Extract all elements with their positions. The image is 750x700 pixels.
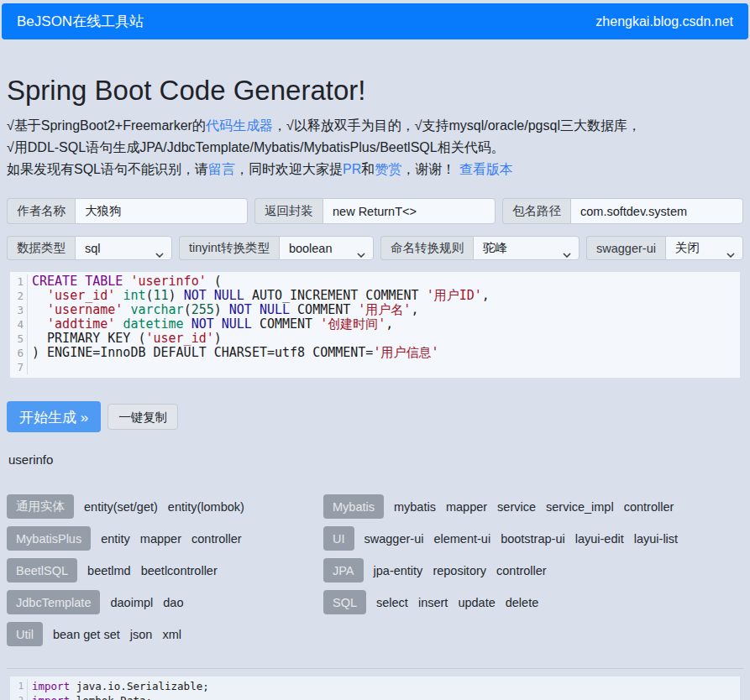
intro-link-代码生成器[interactable]: 代码生成器 <box>206 118 273 133</box>
output-link-xml[interactable]: xml <box>162 628 181 641</box>
java-code-editor[interactable]: 1import java.io.Serializable;2import lom… <box>10 676 740 700</box>
output-link-controller[interactable]: controller <box>496 564 547 577</box>
sql-group-button: SQL <box>323 590 366 614</box>
output-link-swagger-ui[interactable]: swagger-ui <box>365 532 424 546</box>
output-link-beetlmd[interactable]: beetlmd <box>87 564 131 577</box>
code-text <box>28 360 39 374</box>
output-link-json[interactable]: json <box>130 628 153 641</box>
util-row: Utilbean get setjsonxml <box>7 622 323 646</box>
intro-link-赞赏[interactable]: 赞赏 <box>375 162 401 176</box>
return-wrapper-group: 返回封装 <box>254 198 496 224</box>
mybatis-row: Mybatismybatismapperserviceservice_implc… <box>323 494 743 519</box>
output-link-repository[interactable]: repository <box>433 564 486 577</box>
output-link-update[interactable]: update <box>458 596 495 609</box>
return-wrapper-input[interactable] <box>323 198 496 224</box>
intro-link-留言[interactable]: 留言 <box>208 162 235 176</box>
line-number: 6 <box>10 346 28 360</box>
output-link-insert[interactable]: insert <box>418 596 448 609</box>
return-wrapper-label: 返回封装 <box>254 198 323 224</box>
page-title: Spring Boot Code Generator! <box>7 75 743 107</box>
swagger-ui-select[interactable]: 关闭 <box>665 236 743 260</box>
output-link-controller[interactable]: controller <box>624 500 674 514</box>
naming-rule-label: 命名转换规则 <box>380 236 473 260</box>
chevron-down-icon <box>726 247 735 260</box>
beetlsql-row: BeetlSQLbeetlmdbeetlcontroller <box>7 558 323 582</box>
code-text: PRIMARY KEY ('user_id') <box>28 332 222 346</box>
code-line: 1CREATE TABLE 'userinfo' ( <box>10 274 740 289</box>
package-path-input[interactable] <box>570 198 743 224</box>
output-link-service-impl[interactable]: service_impl <box>546 500 614 514</box>
author-name-label: 作者名称 <box>7 198 75 224</box>
util-group-button: Util <box>7 622 43 646</box>
output-link-controller[interactable]: controller <box>191 532 242 546</box>
output-link-bootstrap-ui[interactable]: bootstrap-ui <box>501 532 565 546</box>
common-entity-row: 通用实体entity(set/get)entity(lombok) <box>7 494 323 519</box>
output-link-entity-lombok-[interactable]: entity(lombok) <box>168 500 244 514</box>
naming-rule-selected-value: 驼峰 <box>483 240 507 256</box>
output-link-service[interactable]: service <box>497 500 536 514</box>
line-number: 4 <box>10 317 28 332</box>
output-link-entity-set-get-[interactable]: entity(set/get) <box>84 500 158 514</box>
author-name-group: 作者名称 <box>7 198 248 224</box>
output-link-entity[interactable]: entity <box>101 532 130 546</box>
ui-row: UIswagger-uielement-uibootstrap-uilayui-… <box>323 526 743 551</box>
code-line: 1import java.io.Serializable; <box>10 679 740 693</box>
tag-column-left: 通用实体entity(set/get)entity(lombok)Mybatis… <box>7 494 323 654</box>
code-text: 'username' varchar(255) NOT NULL COMMENT… <box>28 303 418 317</box>
navbar-blog-link[interactable]: zhengkai.blog.csdn.net <box>595 14 733 29</box>
output-link-element-ui[interactable]: element-ui <box>433 532 490 546</box>
swagger-ui-selected-value: 关闭 <box>675 240 700 256</box>
jpa-group-button: JPA <box>323 558 364 582</box>
generate-button[interactable]: 开始生成 » <box>7 401 101 432</box>
output-link-layui-edit[interactable]: layui-edit <box>575 532 624 546</box>
output-link-delete[interactable]: delete <box>506 596 539 609</box>
intro-line: 如果发现有SQL语句不能识别，请留言，同时欢迎大家提PR和赞赏，谢谢！ 查看版本 <box>7 159 743 180</box>
output-link-mapper[interactable]: mapper <box>446 500 487 514</box>
mybatis-group-button: Mybatis <box>323 494 384 519</box>
package-path-group: 包名路径 <box>502 198 743 224</box>
line-number: 7 <box>10 360 28 374</box>
config-row-inputs: 作者名称返回封装包名路径 <box>7 198 743 224</box>
copy-button[interactable]: 一键复制 <box>108 404 178 430</box>
config-row-selects: 数据类型sqltinyint转换类型boolean命名转换规则驼峰swagger… <box>7 236 743 260</box>
output-link-jpa-entity[interactable]: jpa-entity <box>374 564 423 577</box>
naming-rule-group: 命名转换规则驼峰 <box>380 236 580 260</box>
sql-row: SQLselectinsertupdatedelete <box>323 590 743 614</box>
intro-link-PR[interactable]: PR <box>343 162 361 176</box>
code-line: 5 PRIMARY KEY ('user_id') <box>10 332 740 346</box>
navbar-brand-link[interactable]: BeJSON在线工具站 <box>17 12 144 31</box>
output-link-bean-get-set[interactable]: bean get set <box>53 628 120 641</box>
code-line: 4 'addtime' datetime NOT NULL COMMENT '创… <box>10 317 740 332</box>
data-type-select[interactable]: sql <box>75 236 172 260</box>
mybatis-plus-group-button: MybatisPlus <box>7 526 91 551</box>
data-type-label: 数据类型 <box>7 236 75 260</box>
sql-code-editor[interactable]: 1CREATE TABLE 'userinfo' (2 'user_id' in… <box>10 272 740 378</box>
output-link-layui-list[interactable]: layui-list <box>634 532 678 546</box>
table-name-label: userinfo <box>8 452 742 467</box>
naming-rule-select[interactable]: 驼峰 <box>473 236 580 260</box>
mybatis-plus-row: MybatisPlusentitymappercontroller <box>7 526 323 551</box>
output-link-daoimpl[interactable]: daoimpl <box>110 596 153 609</box>
output-link-dao[interactable]: dao <box>163 596 183 609</box>
line-number: 2 <box>10 693 28 700</box>
navbar: BeJSON在线工具站 zhengkai.blog.csdn.net <box>2 3 748 39</box>
intro-text-segment: ，√以释放双手为目的，√支持mysql/oracle/pgsql三大数据库， <box>273 118 641 133</box>
code-text: import java.io.Serializable; <box>28 679 209 693</box>
output-link-select[interactable]: select <box>376 596 408 609</box>
common-entity-group-button: 通用实体 <box>7 494 74 519</box>
line-number: 2 <box>10 289 28 303</box>
divider <box>7 668 743 669</box>
action-bar: 开始生成 » 一键复制 <box>7 401 743 432</box>
code-text: ) ENGINE=InnoDB DEFAULT CHARSET=utf8 COM… <box>28 346 438 360</box>
ui-group-button: UI <box>323 526 354 551</box>
output-link-beetlcontroller[interactable]: beetlcontroller <box>141 564 218 577</box>
jpa-row: JPAjpa-entityrepositorycontroller <box>323 558 743 582</box>
tinyint-convert-type-group: tinyint转换类型boolean <box>179 236 374 260</box>
line-number: 3 <box>10 303 28 317</box>
output-link-mybatis[interactable]: mybatis <box>394 500 436 514</box>
intro-link-查看版本[interactable]: 查看版本 <box>459 162 513 176</box>
tinyint-convert-type-select[interactable]: boolean <box>279 236 374 260</box>
output-link-mapper[interactable]: mapper <box>140 532 181 546</box>
author-name-input[interactable] <box>75 198 248 224</box>
code-line: 3 'username' varchar(255) NOT NULL COMME… <box>10 303 740 317</box>
